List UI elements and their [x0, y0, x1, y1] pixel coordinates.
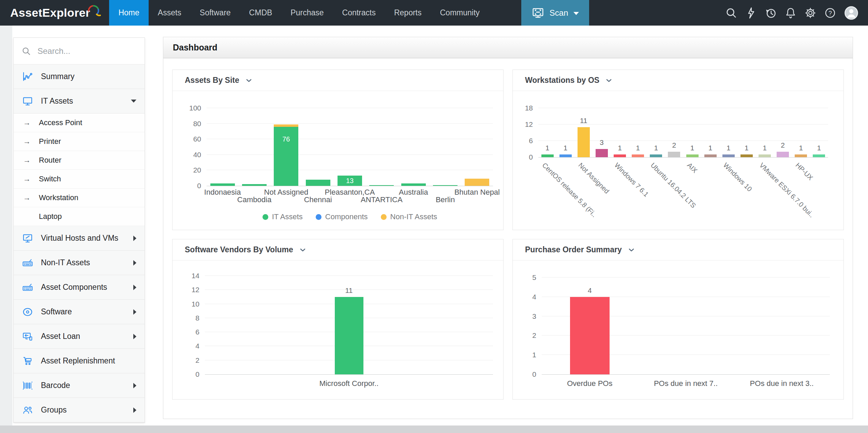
- bar-chennai[interactable]: [306, 180, 330, 186]
- nav-item-cmdb[interactable]: CMDB: [240, 0, 282, 26]
- sidebar-item-non-it-assets[interactable]: Non-IT Assets: [14, 251, 145, 275]
- gridline: [207, 108, 493, 108]
- sidebar-subitem-router[interactable]: →Router: [14, 151, 145, 170]
- sidebar-subitem-access-point[interactable]: →Access Point: [14, 114, 145, 132]
- bar-centos-release-5-8-fi[interactable]: [541, 154, 554, 157]
- bar-ubuntu-16-04-2-lts[interactable]: [650, 154, 662, 157]
- summary-chart-icon: [22, 71, 33, 83]
- nav-item-assets[interactable]: Assets: [149, 0, 191, 26]
- y-axis-tick: 2: [512, 331, 536, 340]
- bar-microsoft-corpor[interactable]: [335, 297, 363, 374]
- bar-value-label: 3: [600, 138, 604, 147]
- nav-item-reports[interactable]: Reports: [385, 0, 431, 26]
- bar-indonaesia[interactable]: [210, 183, 235, 186]
- nav-item-software[interactable]: Software: [191, 0, 240, 26]
- nav-item-purchase[interactable]: Purchase: [281, 0, 333, 26]
- bar-vmware-esxi-6-7-0-bui[interactable]: [759, 154, 771, 157]
- bar-col-12[interactable]: [740, 154, 753, 157]
- legend-item-it-assets[interactable]: IT Assets: [263, 212, 303, 221]
- search-icon[interactable]: [725, 6, 738, 19]
- bar-col-2[interactable]: [559, 154, 572, 157]
- caret-right-icon: [133, 383, 136, 388]
- bar-col-4[interactable]: [596, 149, 608, 157]
- bar-value-label: 2: [672, 141, 676, 149]
- settings-icon[interactable]: [804, 6, 817, 19]
- y-axis-tick: 4: [176, 342, 199, 350]
- sidebar-item-virtual-hosts-and-vms[interactable]: Virtual Hosts and VMs: [14, 226, 145, 251]
- bar-col-10[interactable]: [704, 154, 717, 157]
- legend-label: Components: [325, 212, 368, 221]
- loan-icon: [22, 331, 33, 342]
- chevron-down-icon: [245, 76, 253, 85]
- sidebar-item-asset-loan[interactable]: Asset Loan: [14, 324, 145, 349]
- chart-body: 0204060801007613IndonaesiaCambodiaNot As…: [173, 108, 503, 186]
- nav-item-home[interactable]: Home: [109, 0, 148, 26]
- bar-col-14[interactable]: [777, 152, 789, 157]
- bar-berlin[interactable]: [433, 185, 458, 186]
- gridline: [542, 277, 830, 278]
- nav-item-community[interactable]: Community: [431, 0, 489, 26]
- x-axis-label: POs due in next 7..: [654, 379, 718, 388]
- bar-col-16[interactable]: [813, 154, 825, 157]
- y-axis-tick: 80: [177, 120, 201, 128]
- chart-title: Assets By Site: [185, 76, 239, 85]
- bar-value-label: 1: [799, 144, 803, 152]
- page-title-bar: Dashboard: [163, 37, 853, 58]
- chart-dropdown-workstations-by-os[interactable]: Workstations by OS: [513, 70, 843, 91]
- gridline: [207, 139, 493, 139]
- bar-not-assigned[interactable]: [274, 124, 298, 127]
- sidebar-subitem-laptop[interactable]: Laptop: [14, 207, 145, 226]
- arrow-right-icon: →: [23, 175, 33, 183]
- bar-windows-7-6-1[interactable]: [614, 154, 626, 157]
- help-icon[interactable]: ?: [824, 6, 837, 19]
- flash-icon[interactable]: [745, 6, 758, 19]
- y-axis-tick: 12: [512, 120, 533, 129]
- chart-dropdown-assets-by-site[interactable]: Assets By Site: [173, 70, 503, 91]
- sidebar-subitem-switch[interactable]: →Switch: [14, 170, 145, 189]
- chart-title: Software Vendors By Volume: [185, 245, 293, 254]
- legend-dot: [263, 214, 268, 220]
- sidebar-item-it-assets[interactable]: IT Assets: [14, 89, 145, 114]
- chart-grid: Assets By Site 0204060801007613Indonaesi…: [163, 58, 853, 419]
- avatar[interactable]: [843, 5, 859, 21]
- bar-antartica[interactable]: [369, 185, 394, 186]
- sidebar-subitem-label: Router: [39, 156, 61, 165]
- sidebar-item-software[interactable]: Software: [14, 300, 145, 324]
- legend-item-non-it-assets[interactable]: Non-IT Assets: [381, 212, 437, 221]
- bar-hp-ux[interactable]: [795, 154, 807, 157]
- sidebar-subitem-workstation[interactable]: →Workstation: [14, 189, 145, 207]
- x-axis-label: Indonaesia: [204, 188, 241, 197]
- sidebar-subitem-printer[interactable]: →Printer: [14, 132, 145, 151]
- bar-australia[interactable]: [401, 183, 426, 186]
- y-axis-tick: 0: [512, 370, 536, 378]
- bar-windows-10[interactable]: [722, 154, 735, 157]
- caret-right-icon: [133, 334, 136, 339]
- legend-item-components[interactable]: Components: [316, 212, 368, 221]
- chart-dropdown-software-vendors[interactable]: Software Vendors By Volume: [173, 239, 503, 260]
- bar-not-assigned[interactable]: [578, 127, 590, 157]
- y-axis-tick: 1: [512, 351, 536, 359]
- sidebar-item-summary[interactable]: Summary: [14, 64, 145, 89]
- nav-item-contracts[interactable]: Contracts: [333, 0, 385, 26]
- x-axis-label: Not Assigned: [577, 161, 611, 195]
- history-icon[interactable]: [764, 6, 777, 19]
- notifications-icon[interactable]: [784, 6, 797, 19]
- bar-bhutan-nepal[interactable]: [465, 179, 489, 186]
- sidebar-item-label: Barcode: [41, 381, 126, 390]
- chart-dropdown-purchase-order-summary[interactable]: Purchase Order Summary: [513, 239, 843, 260]
- chart-card-software-vendors: Software Vendors By Volume 0246810121411…: [172, 239, 504, 400]
- search-input[interactable]: [38, 46, 137, 56]
- sidebar-item-asset-components[interactable]: Asset Components: [14, 275, 145, 300]
- logo-swoosh-icon: [85, 1, 102, 18]
- bar-col-8[interactable]: [668, 152, 680, 157]
- bar-aix[interactable]: [686, 154, 699, 157]
- bar-col-6[interactable]: [632, 154, 644, 157]
- sidebar-item-groups[interactable]: Groups: [14, 398, 145, 422]
- bar-overdue-pos[interactable]: [570, 297, 610, 374]
- scan-button[interactable]: Scan: [521, 0, 589, 26]
- sidebar-item-asset-replenishment[interactable]: Asset Replenishment: [14, 349, 145, 373]
- x-axis-label: Overdue POs: [567, 379, 612, 388]
- sidebar-item-barcode[interactable]: Barcode: [14, 373, 145, 398]
- bar-cambodia[interactable]: [242, 184, 267, 186]
- app-logo[interactable]: AssetExplorer: [0, 0, 109, 26]
